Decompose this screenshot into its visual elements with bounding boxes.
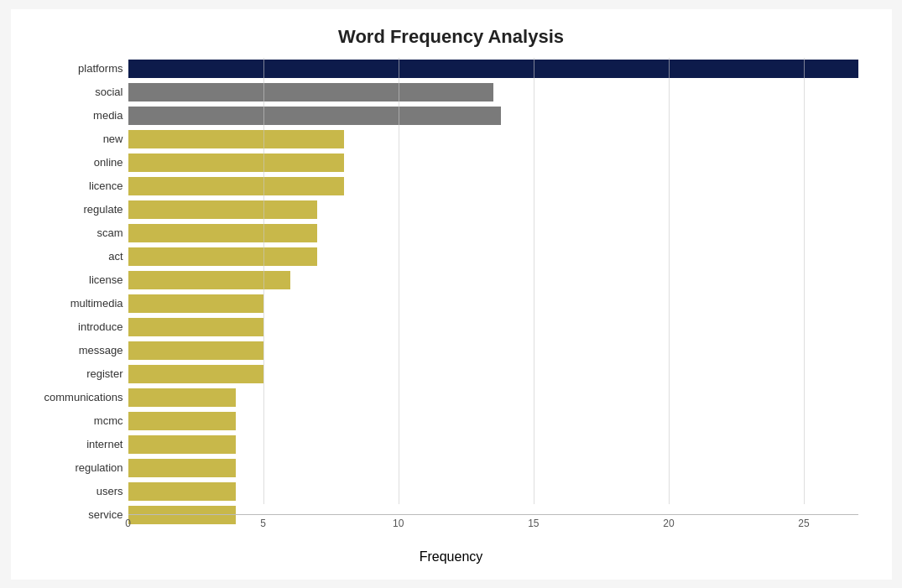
bar-row: scam [128,222,858,244]
bar-label: licence [23,180,123,192]
bar-row: register [128,363,858,385]
bar-label: communications [23,391,123,403]
bar-row: message [128,340,858,362]
bar-label: scam [23,226,123,239]
bar [128,341,263,360]
bar [128,83,493,101]
bar-row: act [128,246,858,268]
x-tick-label: 0 [125,518,131,529]
bar-row: license [128,269,858,291]
bar-label: regulate [23,203,123,216]
bar-label: act [23,250,123,263]
x-tick-label: 10 [393,518,404,529]
bar [128,294,263,313]
bar-row: regulation [128,457,858,479]
bar-label: platforms [23,62,123,75]
x-tick-label: 15 [528,518,539,529]
bar [128,200,318,219]
bar [128,154,345,172]
chart-container: Word Frequency Analysis platformssocialm… [11,9,892,580]
bar [128,107,502,125]
bar-label: social [23,86,123,98]
bar [128,482,237,501]
bar [128,60,858,78]
bar [128,435,237,454]
bar [128,412,237,430]
x-axis-label: Frequency [11,549,892,565]
bar [128,130,345,148]
bar [128,247,318,266]
bar [128,388,237,407]
bar-row: platforms [128,58,858,80]
bar-row: online [128,152,858,174]
bar-row: introduce [128,316,858,338]
x-axis: 0510152025 [128,514,858,533]
bar-label: users [23,485,123,497]
x-tick-label: 20 [663,518,674,529]
bar-label: multimedia [23,297,123,310]
bar [128,177,345,195]
bar [128,318,263,336]
bar-row: multimedia [128,293,858,315]
bar [128,224,318,242]
bar [128,459,237,477]
bar-label: message [23,344,123,356]
bar-row: mcmc [128,410,858,432]
bar-label: mcmc [23,414,123,427]
bar-label: online [23,156,123,169]
bar-row: users [128,481,858,502]
bar-row: licence [128,175,858,197]
bar-label: internet [23,438,123,450]
bar-row: internet [128,434,858,455]
bar-row: social [128,81,858,103]
bar-label: register [23,367,123,380]
bar-label: regulation [23,461,123,474]
x-tick-label: 25 [798,518,809,529]
chart-title: Word Frequency Analysis [44,26,858,48]
bar-label: new [23,133,123,145]
x-tick-label: 5 [260,518,266,529]
bar [128,365,263,383]
bar-row: media [128,105,858,127]
bar-label: introduce [23,320,123,333]
bar [128,271,290,289]
bar-row: regulate [128,199,858,221]
bar-label: license [23,273,123,286]
bar-row: communications [128,387,858,408]
bar-row: new [128,128,858,150]
bar-label: media [23,109,123,122]
bar-label: service [23,508,123,521]
